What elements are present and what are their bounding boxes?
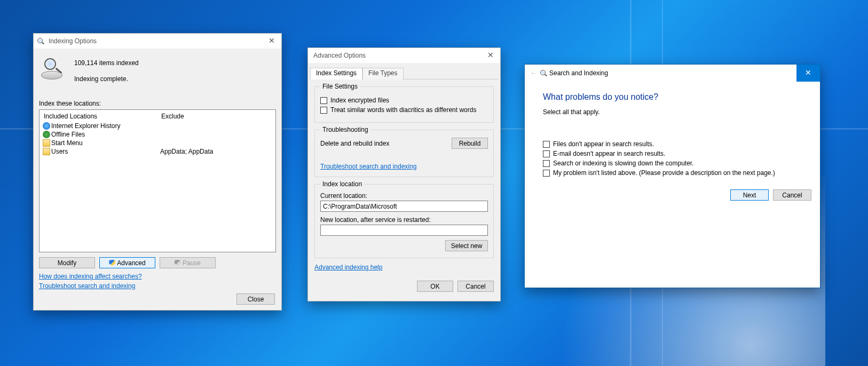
window-title: Advanced Options bbox=[313, 52, 366, 59]
problem-checkbox-files[interactable] bbox=[543, 141, 550, 148]
search-indexing-wizard-window: ← Search and Indexing ✕ What problems do… bbox=[524, 64, 820, 288]
indexing-icon bbox=[37, 37, 44, 45]
folder-icon bbox=[43, 148, 50, 155]
file-settings-group: File Settings Index encrypted files Trea… bbox=[314, 83, 494, 123]
locations-list[interactable]: Included Locations Internet Explorer His… bbox=[39, 109, 276, 252]
cancel-button[interactable]: Cancel bbox=[773, 189, 811, 201]
folder-icon bbox=[43, 139, 50, 147]
close-icon[interactable]: ✕ bbox=[262, 34, 281, 49]
page-heading: What problems do you notice? bbox=[543, 92, 802, 102]
indexing-large-icon bbox=[39, 56, 65, 82]
modify-button[interactable]: Modify bbox=[39, 257, 95, 268]
troubleshoot-link[interactable]: Troubleshoot search and indexing bbox=[39, 282, 135, 290]
ie-icon bbox=[43, 122, 50, 130]
help-link-searches[interactable]: How does indexing affect searches? bbox=[39, 273, 142, 280]
problem-checkbox-slow[interactable] bbox=[543, 160, 550, 167]
wizard-footer: Next Cancel bbox=[525, 184, 820, 208]
diacritics-checkbox[interactable] bbox=[320, 107, 327, 114]
indexing-options-window: Indexing Options ✕ 109,114 items indexed… bbox=[33, 33, 282, 311]
problem-checkbox-other[interactable] bbox=[543, 170, 550, 177]
advanced-indexing-help-link[interactable]: Advanced indexing help bbox=[314, 264, 382, 271]
list-item[interactable]: Start Menu bbox=[43, 139, 154, 147]
titlebar[interactable]: Advanced Options ✕ bbox=[308, 48, 500, 63]
checkbox-label: Treat similar words with diacritics as d… bbox=[330, 106, 476, 114]
index-encrypted-checkbox[interactable] bbox=[320, 97, 327, 104]
back-icon[interactable]: ← bbox=[530, 69, 540, 77]
list-item[interactable]: Offline Files bbox=[43, 130, 154, 139]
ok-button[interactable]: OK bbox=[417, 281, 453, 292]
titlebar[interactable]: Indexing Options ✕ bbox=[34, 34, 281, 49]
select-new-button[interactable]: Select new bbox=[445, 240, 488, 251]
list-item[interactable]: Users bbox=[43, 147, 154, 156]
close-button[interactable]: Close bbox=[236, 293, 275, 305]
troubleshoot-link[interactable]: Troubleshoot search and indexing bbox=[320, 163, 416, 170]
tab-index-settings[interactable]: Index Settings bbox=[310, 68, 362, 79]
indexed-count: 109,114 items indexed bbox=[74, 59, 139, 67]
pause-button: Pause bbox=[160, 257, 216, 268]
checkbox-label: My problem isn't listed above. (Please p… bbox=[553, 169, 775, 177]
indexing-status: Indexing complete. bbox=[74, 75, 139, 83]
problem-checkbox-email[interactable] bbox=[543, 150, 550, 157]
locations-label: Index these locations: bbox=[34, 86, 281, 109]
group-legend: Troubleshooting bbox=[320, 126, 370, 133]
wizard-header[interactable]: ← Search and Indexing ✕ bbox=[525, 65, 820, 82]
advanced-button[interactable]: Advanced bbox=[99, 257, 155, 268]
rebuild-label: Delete and rebuild index bbox=[320, 140, 389, 147]
close-icon[interactable]: ✕ bbox=[481, 48, 500, 63]
next-button[interactable]: Next bbox=[730, 189, 769, 201]
offline-icon bbox=[43, 131, 50, 138]
wizard-body: What problems do you notice? Select all … bbox=[525, 82, 820, 184]
page-subtext: Select all that apply. bbox=[543, 108, 802, 116]
search-icon bbox=[540, 69, 547, 77]
checkbox-label: Index encrypted files bbox=[330, 97, 389, 104]
exclude-cell: AppData; AppData bbox=[160, 147, 272, 156]
checkbox-label: Search or indexing is slowing down the c… bbox=[553, 160, 693, 167]
checkbox-label: Files don't appear in search results. bbox=[553, 140, 654, 148]
new-location-label: New location, after service is restarted… bbox=[320, 216, 488, 224]
tabstrip: Index Settings File Types bbox=[310, 67, 498, 79]
advanced-options-window: Advanced Options ✕ Index Settings File T… bbox=[307, 47, 501, 301]
tab-file-types[interactable]: File Types bbox=[362, 68, 403, 79]
wizard-title: Search and Indexing bbox=[549, 69, 608, 77]
shield-icon bbox=[109, 260, 115, 266]
close-icon[interactable]: ✕ bbox=[796, 65, 820, 82]
group-legend: File Settings bbox=[320, 83, 360, 90]
col-header-exclude: Exclude bbox=[160, 111, 272, 122]
shield-icon bbox=[175, 260, 181, 266]
window-title: Indexing Options bbox=[49, 37, 97, 45]
group-legend: Index location bbox=[320, 180, 364, 188]
current-location-label: Current location: bbox=[320, 192, 488, 200]
list-item[interactable]: Internet Explorer History bbox=[43, 122, 154, 130]
current-location-field[interactable] bbox=[320, 201, 488, 212]
rebuild-button[interactable]: Rebuild bbox=[452, 138, 488, 149]
new-location-field[interactable] bbox=[320, 225, 488, 236]
index-location-group: Index location Current location: New loc… bbox=[314, 180, 494, 258]
col-header-included: Included Locations bbox=[43, 111, 154, 122]
cancel-button[interactable]: Cancel bbox=[457, 281, 494, 292]
checkbox-label: E-mail doesn't appear in search results. bbox=[553, 150, 665, 157]
troubleshooting-group: Troubleshooting Delete and rebuild index… bbox=[314, 126, 494, 177]
